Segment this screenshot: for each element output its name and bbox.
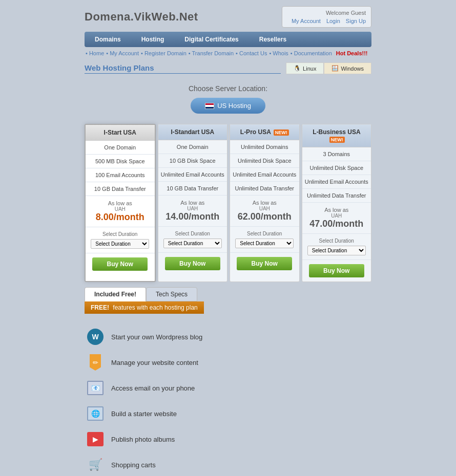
page-title-bar: Web Hosting Plans 🐧 Linux 🪟 Windows bbox=[85, 62, 371, 74]
plan-lbusiness: L-Business USA NEW! 3 Domains Unlimited … bbox=[302, 124, 372, 282]
breadcrumb-home[interactable]: • Home bbox=[86, 50, 104, 56]
feature-cart-text: Shopping carts bbox=[111, 461, 156, 469]
plan-lpro-feature-3: Unlimited Data Transfer bbox=[230, 182, 299, 196]
plan-lbusiness-feature-0: 3 Domains bbox=[302, 147, 371, 161]
plan-lbusiness-duration-select[interactable]: Select Duration bbox=[307, 246, 366, 255]
plan-istandart-duration: Select Duration Select Duration bbox=[158, 227, 227, 253]
breadcrumb-whois[interactable]: • Whois bbox=[269, 50, 288, 56]
plan-istandart-header: I-Standart USA bbox=[158, 124, 227, 140]
feature-email-phone-text: Access email on your phone bbox=[111, 384, 195, 392]
plan-lbusiness-header: L-Business USA NEW! bbox=[302, 124, 371, 147]
nav-resellers[interactable]: Resellers bbox=[249, 32, 297, 47]
breadcrumb-transfer[interactable]: • Transfer Domain bbox=[189, 50, 234, 56]
login-link[interactable]: Login bbox=[326, 18, 340, 24]
plans-section: I-Start USA One Domain 500 MB Disk Space… bbox=[85, 124, 371, 282]
plan-lbusiness-buy-button[interactable]: Buy Now bbox=[309, 264, 364, 277]
feature-shopping-carts: 🛒 Shopping carts bbox=[85, 452, 371, 476]
logo: Domena.VikWeb.Net bbox=[85, 10, 198, 24]
tabs-section: Included Free! Tech Specs FREE! features… bbox=[85, 287, 371, 476]
plan-istart-feature-0: One Domain bbox=[86, 141, 155, 155]
tab-bar: Included Free! Tech Specs bbox=[85, 287, 371, 301]
nav-bar: Domains Hosting Digital Certificates Res… bbox=[85, 32, 371, 47]
breadcrumb: • Home • My Account • Register Domain • … bbox=[85, 48, 371, 58]
location-title: Choose Server Location: bbox=[85, 84, 371, 93]
plan-lbusiness-buy: Buy Now bbox=[302, 260, 371, 282]
plan-istandart-duration-select[interactable]: Select Duration bbox=[163, 239, 222, 248]
email-phone-icon: 📧 bbox=[87, 379, 104, 397]
cart-icon: 🛒 bbox=[87, 456, 104, 473]
breadcrumb-docs[interactable]: • Documentation bbox=[291, 50, 332, 56]
my-account-link[interactable]: My Account bbox=[292, 18, 321, 24]
plan-istandart-feature-2: Unlimited Email Accounts bbox=[158, 168, 227, 182]
feature-email-phone: 📧 Access email on your phone bbox=[85, 375, 371, 401]
plan-istart-buy: Buy Now bbox=[86, 253, 155, 275]
plan-lpro-duration-select[interactable]: Select Duration bbox=[235, 239, 294, 248]
plan-lbusiness-price: As low as UAH 47.00/month bbox=[302, 203, 371, 234]
plan-istandart-price: As low as UAH 14.00/month bbox=[158, 196, 227, 227]
hot-deals-badge[interactable]: Hot Deals!!! bbox=[336, 50, 368, 56]
feature-content: ✏ Manage your website content bbox=[85, 350, 371, 375]
location-button[interactable]: US Hosting bbox=[191, 98, 265, 114]
plan-lpro: L-Pro USA NEW! Unlimited Domains Unlimit… bbox=[230, 124, 300, 282]
plan-lpro-feature-0: Unlimited Domains bbox=[230, 140, 299, 154]
location-section: Choose Server Location: US Hosting bbox=[85, 78, 371, 120]
plan-istandart-feature-0: One Domain bbox=[158, 140, 227, 154]
plan-lbusiness-feature-3: Unlimited Data Transfer bbox=[302, 189, 371, 203]
plan-istart-feature-3: 10 GB Data Transfer bbox=[86, 182, 155, 196]
plan-istandart: I-Standart USA One Domain 10 GB Disk Spa… bbox=[158, 124, 228, 282]
feature-wordpress: W Start your own Wordpress blog bbox=[85, 324, 371, 350]
plan-istandart-buy: Buy Now bbox=[158, 253, 227, 274]
plan-istandart-buy-button[interactable]: Buy Now bbox=[165, 257, 220, 270]
header-links: My Account Login Sign Up bbox=[287, 18, 366, 24]
feature-wordpress-text: Start your own Wordpress blog bbox=[111, 333, 202, 341]
plan-istart-header: I-Start USA bbox=[86, 125, 155, 141]
plan-lpro-duration: Select Duration Select Duration bbox=[230, 227, 299, 253]
plan-lpro-buy: Buy Now bbox=[230, 253, 299, 274]
plan-istart-price: As low as UAH 8.00/month bbox=[86, 196, 155, 227]
plan-lbusiness-duration: Select Duration Select Duration bbox=[302, 234, 371, 260]
features-list: W Start your own Wordpress blog ✏ Manage… bbox=[85, 320, 371, 476]
plan-istandart-feature-1: 10 GB Disk Space bbox=[158, 154, 227, 168]
new-badge-lbusiness: NEW! bbox=[329, 137, 345, 143]
feature-photo-text: Publish photo albums bbox=[111, 436, 175, 443]
plan-lpro-price: As low as UAH 62.00/month bbox=[230, 196, 299, 227]
tab-included-free[interactable]: Included Free! bbox=[85, 287, 146, 301]
feature-starter-website: 🌐 Build a starter website bbox=[85, 401, 371, 426]
feature-starter-text: Build a starter website bbox=[111, 410, 177, 418]
breadcrumb-contact[interactable]: • Contact Us bbox=[236, 50, 267, 56]
us-flag-icon bbox=[205, 103, 214, 109]
breadcrumb-account[interactable]: • My Account bbox=[106, 50, 139, 56]
plan-lpro-feature-1: Unlimited Disk Space bbox=[230, 154, 299, 168]
photo-icon: ▶ bbox=[87, 430, 104, 448]
plan-istandart-feature-3: 10 GB Data Transfer bbox=[158, 182, 227, 196]
plan-lpro-feature-2: Unlimited Email Accounts bbox=[230, 168, 299, 182]
welcome-text: Welcome Guest bbox=[287, 10, 366, 16]
feature-photo-albums: ▶ Publish photo albums bbox=[85, 426, 371, 452]
tab-tech-specs[interactable]: Tech Specs bbox=[146, 287, 197, 301]
nav-digital-certs[interactable]: Digital Certificates bbox=[174, 32, 248, 47]
nav-domains[interactable]: Domains bbox=[85, 32, 131, 47]
plan-lbusiness-feature-1: Unlimited Disk Space bbox=[302, 161, 371, 175]
pencil-icon: ✏ bbox=[87, 354, 104, 371]
plan-istart-duration: Select Duration Select Duration bbox=[86, 227, 155, 253]
plan-istart-feature-2: 100 Email Accounts bbox=[86, 168, 155, 182]
free-banner: FREE! features with each hosting plan bbox=[85, 301, 204, 314]
tab-linux[interactable]: 🐧 Linux bbox=[286, 62, 324, 74]
wordpress-icon: W bbox=[87, 328, 104, 345]
nav-hosting[interactable]: Hosting bbox=[131, 32, 175, 47]
feature-content-text: Manage your website content bbox=[111, 359, 198, 366]
signup-link[interactable]: Sign Up bbox=[346, 18, 366, 24]
plan-istart-duration-select[interactable]: Select Duration bbox=[91, 239, 149, 249]
new-badge-lpro: NEW! bbox=[274, 129, 289, 136]
breadcrumb-register[interactable]: • Register Domain bbox=[141, 50, 186, 56]
plan-lbusiness-feature-2: Unlimited Email Accounts bbox=[302, 175, 371, 189]
os-tabs: 🐧 Linux 🪟 Windows bbox=[286, 62, 371, 74]
plan-istart-buy-button[interactable]: Buy Now bbox=[92, 257, 148, 271]
plan-istart: I-Start USA One Domain 500 MB Disk Space… bbox=[85, 124, 156, 282]
website-icon: 🌐 bbox=[87, 405, 104, 422]
tab-windows[interactable]: 🪟 Windows bbox=[324, 62, 371, 74]
header-user-panel: Welcome Guest My Account Login Sign Up bbox=[282, 6, 371, 28]
page-title: Web Hosting Plans bbox=[85, 63, 281, 74]
plan-istart-feature-1: 500 MB Disk Space bbox=[86, 155, 155, 168]
plan-lpro-buy-button[interactable]: Buy Now bbox=[237, 257, 292, 270]
